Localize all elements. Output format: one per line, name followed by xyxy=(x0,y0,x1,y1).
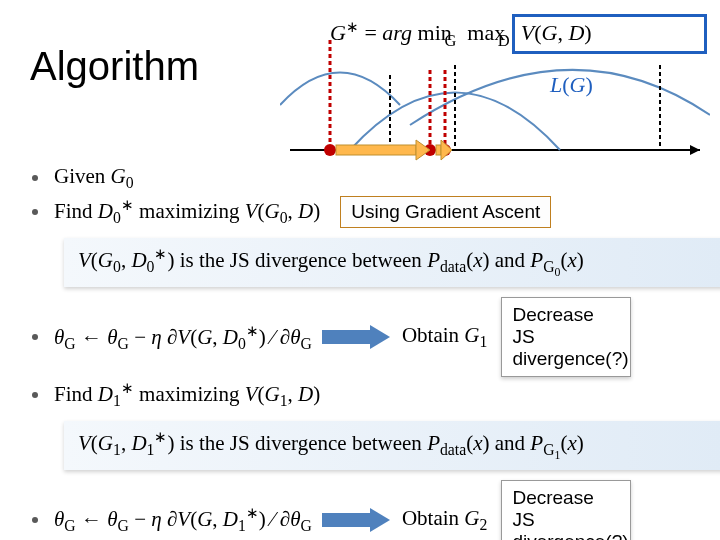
step-text: Find D0∗ maximizing V(G0, D) xyxy=(54,196,320,227)
js-divergence-note-1: V(G0, D0∗) is the JS divergence between … xyxy=(64,238,720,287)
obtain-text: Obtain G1 xyxy=(402,323,487,351)
bullet-dot xyxy=(32,334,38,340)
decrease-js-callout-1: Decrease JS divergence(?) xyxy=(501,297,631,377)
step-text: Given G0 xyxy=(54,164,134,192)
step-update-theta-2: θG ← θG − η ∂V(G, D1∗) ⁄ ∂θG Obtain G2 D… xyxy=(24,480,704,540)
step-update-theta-1: θG ← θG − η ∂V(G, D0∗) ⁄ ∂θG Obtain G1 D… xyxy=(24,297,704,377)
bullet-dot xyxy=(32,392,38,398)
step-text: θG ← θG − η ∂V(G, D1∗) ⁄ ∂θG xyxy=(54,504,312,535)
svg-point-8 xyxy=(324,144,336,156)
step-text: θG ← θG − η ∂V(G, D0∗) ⁄ ∂θG xyxy=(54,322,312,353)
bullet-dot xyxy=(32,209,38,215)
loss-landscape-diagram xyxy=(280,10,710,170)
svg-marker-1 xyxy=(690,145,700,155)
bullet-dot xyxy=(32,517,38,523)
obtain-text: Obtain G2 xyxy=(402,506,487,534)
step-text: Find D1∗ maximizing V(G1, D) xyxy=(54,379,320,410)
gradient-ascent-label: Using Gradient Ascent xyxy=(340,196,551,228)
step-find-d0: Find D0∗ maximizing V(G0, D) Using Gradi… xyxy=(24,196,704,228)
arrow-icon xyxy=(322,508,392,532)
js-divergence-note-2: V(G1, D1∗) is the JS divergence between … xyxy=(64,421,720,470)
decrease-js-callout-2: Decrease JS divergence(?) xyxy=(501,480,631,540)
step-find-d1: Find D1∗ maximizing V(G1, D) xyxy=(24,379,704,411)
svg-rect-11 xyxy=(336,145,416,155)
arrow-icon xyxy=(322,325,392,349)
svg-rect-13 xyxy=(436,145,441,155)
algorithm-steps: Given G0 Find D0∗ maximizing V(G0, D) Us… xyxy=(24,160,704,540)
svg-marker-12 xyxy=(416,140,430,160)
bullet-dot xyxy=(32,175,38,181)
page-title: Algorithm xyxy=(30,44,199,89)
step-given-g0: Given G0 xyxy=(24,162,704,194)
